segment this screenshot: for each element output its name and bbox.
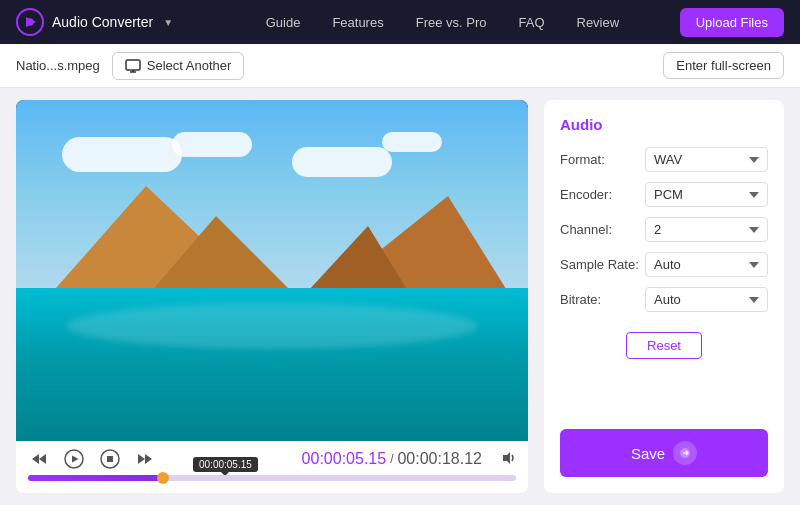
play-icon xyxy=(64,449,84,469)
file-name: Natio...s.mpeg xyxy=(16,58,100,73)
channel-row: Channel: 2 1 xyxy=(560,217,768,242)
cloud xyxy=(62,137,182,172)
settings-title: Audio xyxy=(560,116,768,133)
logo[interactable]: Audio Converter ▼ xyxy=(16,8,173,36)
progress-track[interactable] xyxy=(28,475,516,481)
cloud xyxy=(292,147,392,177)
svg-marker-4 xyxy=(39,454,46,464)
stop-button[interactable] xyxy=(98,447,122,471)
fullscreen-button[interactable]: Enter full-screen xyxy=(663,52,784,79)
save-icon xyxy=(673,441,697,465)
svg-marker-3 xyxy=(32,454,39,464)
svg-marker-9 xyxy=(138,454,145,464)
main-content: 00:00:05.15 / 00:00:18.12 00:00:05.15 xyxy=(0,88,800,505)
select-another-label: Select Another xyxy=(147,58,232,73)
nav-features[interactable]: Features xyxy=(332,15,383,30)
nav-free-vs-pro[interactable]: Free vs. Pro xyxy=(416,15,487,30)
save-button[interactable]: Save xyxy=(560,429,768,477)
format-select[interactable]: WAV MP3 AAC FLAC xyxy=(645,147,768,172)
svg-marker-6 xyxy=(72,456,79,463)
volume-icon xyxy=(500,450,516,466)
upload-files-button[interactable]: Upload Files xyxy=(680,8,784,37)
progress-thumb xyxy=(157,472,169,484)
time-total: 00:00:18.12 xyxy=(397,450,482,468)
nav-faq[interactable]: FAQ xyxy=(518,15,544,30)
format-row: Format: WAV MP3 AAC FLAC xyxy=(560,147,768,172)
rewind-button[interactable] xyxy=(28,448,50,470)
video-container xyxy=(16,100,528,441)
svg-marker-10 xyxy=(145,454,152,464)
bitrate-row: Bitrate: Auto 128 320 xyxy=(560,287,768,312)
time-display: 00:00:05.15 / 00:00:18.12 xyxy=(302,450,482,468)
main-nav: Guide Features Free vs. Pro FAQ Review xyxy=(205,15,680,30)
encoder-row: Encoder: PCM MP3 xyxy=(560,182,768,207)
toolbar-left: Natio...s.mpeg Select Another xyxy=(16,52,244,80)
time-tooltip: 00:00:05.15 xyxy=(193,457,258,472)
nav-review[interactable]: Review xyxy=(577,15,620,30)
progress-fill xyxy=(28,475,165,481)
progress-container: 00:00:05.15 xyxy=(28,475,516,489)
header: Audio Converter ▼ Guide Features Free vs… xyxy=(0,0,800,44)
logo-text: Audio Converter xyxy=(52,14,153,30)
lake-reflection xyxy=(67,303,477,349)
logo-dropdown-icon: ▼ xyxy=(163,17,173,28)
sample-rate-label: Sample Rate: xyxy=(560,257,645,272)
bitrate-label: Bitrate: xyxy=(560,292,645,307)
forward-icon xyxy=(136,450,154,468)
video-thumbnail xyxy=(16,100,528,441)
reset-button[interactable]: Reset xyxy=(626,332,702,359)
arrow-right-icon xyxy=(679,447,691,459)
sample-rate-select[interactable]: Auto 44100 48000 xyxy=(645,252,768,277)
svg-rect-2 xyxy=(126,60,140,70)
time-separator: / xyxy=(390,452,393,466)
settings-panel: Audio Format: WAV MP3 AAC FLAC Encoder: … xyxy=(544,100,784,493)
stop-icon xyxy=(100,449,120,469)
player-controls: 00:00:05.15 / 00:00:18.12 00:00:05.15 xyxy=(16,441,528,493)
sample-rate-row: Sample Rate: Auto 44100 48000 xyxy=(560,252,768,277)
bitrate-select[interactable]: Auto 128 320 xyxy=(645,287,768,312)
time-current: 00:00:05.15 xyxy=(302,450,387,468)
encoder-select[interactable]: PCM MP3 xyxy=(645,182,768,207)
channel-select[interactable]: 2 1 xyxy=(645,217,768,242)
encoder-label: Encoder: xyxy=(560,187,645,202)
save-label: Save xyxy=(631,445,665,462)
controls-row: 00:00:05.15 / 00:00:18.12 xyxy=(28,447,516,471)
svg-rect-8 xyxy=(107,456,113,462)
video-section: 00:00:05.15 / 00:00:18.12 00:00:05.15 xyxy=(16,100,528,493)
channel-label: Channel: xyxy=(560,222,645,237)
volume-button[interactable] xyxy=(500,450,516,469)
spacer xyxy=(560,359,768,417)
monitor-icon xyxy=(125,58,141,74)
lake xyxy=(16,288,528,441)
cloud xyxy=(172,132,252,157)
header-right: Upload Files xyxy=(680,8,784,37)
select-another-button[interactable]: Select Another xyxy=(112,52,245,80)
nav-guide[interactable]: Guide xyxy=(266,15,301,30)
logo-icon xyxy=(16,8,44,36)
svg-marker-11 xyxy=(503,452,510,464)
forward-button[interactable] xyxy=(134,448,156,470)
toolbar: Natio...s.mpeg Select Another Enter full… xyxy=(0,44,800,88)
rewind-icon xyxy=(30,450,48,468)
play-button[interactable] xyxy=(62,447,86,471)
cloud xyxy=(382,132,442,152)
format-label: Format: xyxy=(560,152,645,167)
